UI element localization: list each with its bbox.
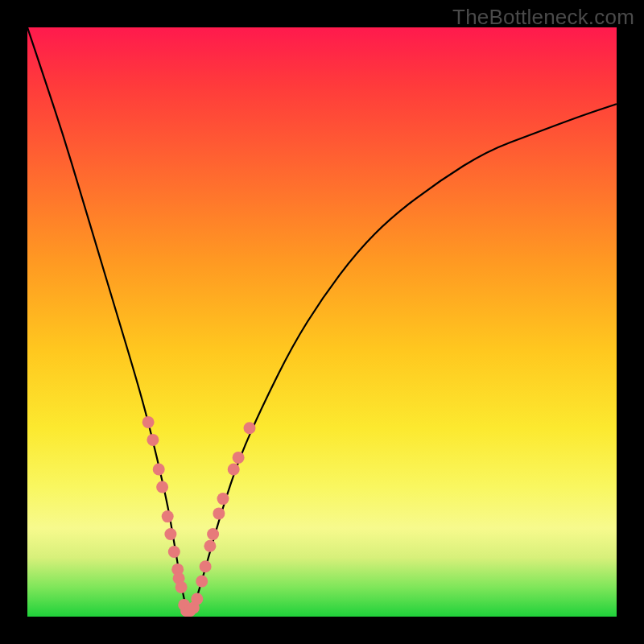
chart-frame: TheBottleneck.com (0, 0, 644, 644)
marker-dot (191, 593, 203, 605)
plot-area (27, 27, 617, 617)
marker-dot (204, 540, 216, 552)
marker-dot (244, 422, 256, 434)
marker-dot (153, 464, 165, 476)
marker-dot (164, 528, 176, 540)
marker-dot (233, 452, 245, 464)
chart-svg (27, 27, 617, 617)
marker-dot (142, 416, 155, 428)
bottleneck-curve (27, 27, 617, 611)
marker-dot (168, 546, 180, 558)
marker-dot (196, 576, 208, 588)
marker-dot (217, 493, 229, 505)
scatter-markers (142, 416, 256, 617)
marker-dot (207, 528, 219, 540)
marker-dot (162, 510, 174, 522)
marker-dot (175, 581, 188, 593)
marker-dot (147, 434, 159, 446)
marker-dot (228, 464, 240, 476)
marker-dot (213, 507, 225, 519)
marker-dot (156, 481, 168, 493)
watermark-text: TheBottleneck.com (452, 5, 634, 30)
marker-dot (200, 560, 212, 572)
